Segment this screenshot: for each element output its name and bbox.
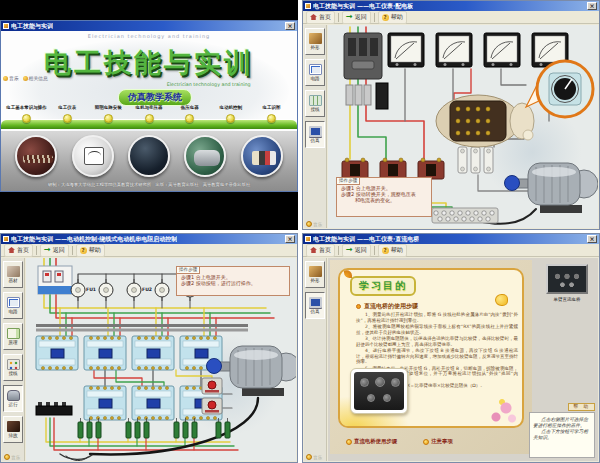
fuse-cartridges[interactable] [346,83,388,109]
view-sidebar: 器材 电路 原理 接线 运行 排故 [2,258,25,461]
monitor-icon [309,126,322,137]
menu-sphere-button[interactable] [185,114,194,123]
bullet-icon [423,439,429,445]
close-button[interactable]: × [587,235,597,243]
fuse[interactable] [71,279,85,301]
motor[interactable] [505,163,599,213]
menu-item-machines[interactable]: 电机与变压器 [129,105,170,110]
main-title: 电工技能与实训 [1,45,297,81]
back-button[interactable]: →返回 [40,244,69,257]
sidebar-appearance[interactable]: 外形 [305,261,325,288]
menu-item-lighting[interactable]: 照明电路安装 [88,105,129,110]
analog-meter[interactable] [484,33,520,67]
sidebar-appearance[interactable]: 外形 [305,28,325,55]
topic-links: 直流电桥使用步骤 注意事项 [346,438,453,445]
help-button[interactable]: ?帮助 [76,244,105,257]
menu-sphere-button[interactable] [267,114,276,123]
learning-goal-badge: 学习目的 [350,276,416,296]
fuse[interactable] [99,279,113,301]
simulation-area[interactable]: FU1 FU2 操作步骤 步骤1 合上电源开关。 步骤2 按动按钮，进行运行操作… [26,258,296,461]
sidebar-wiring[interactable]: 接线 [3,354,23,381]
home-icon [8,247,15,253]
photo-components [241,135,283,177]
circuit-breaker[interactable] [344,33,382,79]
menu-sphere-button[interactable] [226,114,235,123]
home-button[interactable]: 首页 [4,244,33,257]
contactor[interactable] [84,336,126,370]
bullet-icon [356,304,361,309]
link-precautions[interactable]: 注意事项 [423,438,453,445]
bullet-icon [346,439,352,445]
analog-meter[interactable] [388,33,424,67]
sidebar-troubleshoot[interactable]: 排故 [3,416,23,443]
dc-bridge-window: 电工技能与实训 ——电工仪表·直流电桥 × 首页 →返回 ?帮助 外形 仿真 [302,233,600,463]
home-button[interactable]: 首页 [306,11,335,24]
menu-item-basics[interactable]: 电工基本常识与操作 [6,105,47,110]
current-transformer[interactable] [342,158,368,179]
fuse[interactable] [155,279,169,301]
analog-meter[interactable] [436,33,472,67]
leaf-icon [344,270,352,278]
contactor[interactable] [36,336,78,370]
toolbar: 首页 →返回 ?帮助 [303,11,599,24]
current-transformer[interactable] [418,158,444,179]
photo-cables [15,135,57,177]
monitor-icon [309,297,322,308]
document-icon [7,328,20,339]
meter-panel-window: 电工技能与实训 ——电工仪表·配电板 × 首页 →返回 ?帮助 外形 电路 接线… [302,0,600,230]
menu-buttons-row [1,114,297,123]
menu-sphere-button[interactable] [63,114,72,123]
link-usage-steps[interactable]: 直流电桥使用步骤 [346,438,397,445]
terminal-busbar[interactable] [36,402,72,415]
bridge-thumbnail[interactable] [546,264,588,294]
menu-item-diagrams[interactable]: 电工识图 [251,105,292,110]
music-toggle[interactable]: 音乐 [306,221,322,227]
simulation-area[interactable]: 操作步骤 步骤1 合上电源开关。 步骤2 按动转换开关，观察电压表 和电流表的变… [328,25,598,228]
back-button[interactable]: →返回 [342,11,371,24]
sidebar-run[interactable]: 运行 [3,385,23,412]
menu-item-motorcontrol[interactable]: 电动机控制 [210,105,251,110]
sidebar-circuit[interactable]: 电路 [3,292,23,319]
current-transformer[interactable] [380,158,406,179]
back-button[interactable]: →返回 [342,244,371,257]
menu-item-lowvoltage[interactable]: 低压电器 [169,105,210,110]
menu-sphere-button[interactable] [104,114,113,123]
english-header: Electrician technology and training [1,33,297,39]
close-button[interactable]: × [285,22,295,30]
fuse-link[interactable] [484,147,493,173]
help-button[interactable]: ?帮助 [378,244,407,257]
contactor[interactable] [132,336,174,370]
product-photo-band: 研制：大连海事大学信息工程学院仿真教育技术研究所 出版：高等教育出版社 高等教育… [1,131,297,191]
music-toggle[interactable]: 音乐 [4,454,20,460]
close-button[interactable]: × [285,235,295,243]
music-icon [4,454,10,460]
sidebar-equipment[interactable]: 器材 [3,261,23,288]
question-icon: ? [382,247,389,254]
english-subtitle: Electrician technology and training [167,82,251,87]
home-button[interactable]: 首页 [306,244,335,257]
fuse[interactable] [127,279,141,301]
sidebar-simulation[interactable]: 仿真 [305,292,325,319]
menu-item-meters[interactable]: 电工仪表 [47,105,88,110]
sidebar-principle[interactable]: 原理 [3,323,23,350]
contactor[interactable] [132,386,174,420]
sidebar-circuit[interactable]: 电路 [305,59,325,86]
fuse-link[interactable] [458,147,467,173]
sidebar-simulation[interactable]: 仿真 [305,121,325,148]
starting-resistors[interactable] [78,418,230,438]
menu-sphere-button[interactable] [22,114,31,123]
fuse-link[interactable] [471,147,480,173]
circuit-breaker[interactable] [38,266,72,294]
help-button[interactable]: ?帮助 [378,11,407,24]
chick-icon [495,294,508,306]
view-sidebar: 外形 电路 接线 仿真 [304,25,327,228]
thumbnail-label: 单臂直流电桥 [540,297,594,302]
contactor[interactable] [84,386,126,420]
hint-tab: 操作步骤 [176,266,200,274]
close-button[interactable]: × [587,2,597,10]
sidebar-wiring[interactable]: 接线 [305,90,325,117]
terminal-strip[interactable] [432,208,498,223]
music-toggle[interactable]: 音乐 [306,454,322,460]
menu-sphere-button[interactable] [145,114,154,123]
box-icon [309,266,322,277]
